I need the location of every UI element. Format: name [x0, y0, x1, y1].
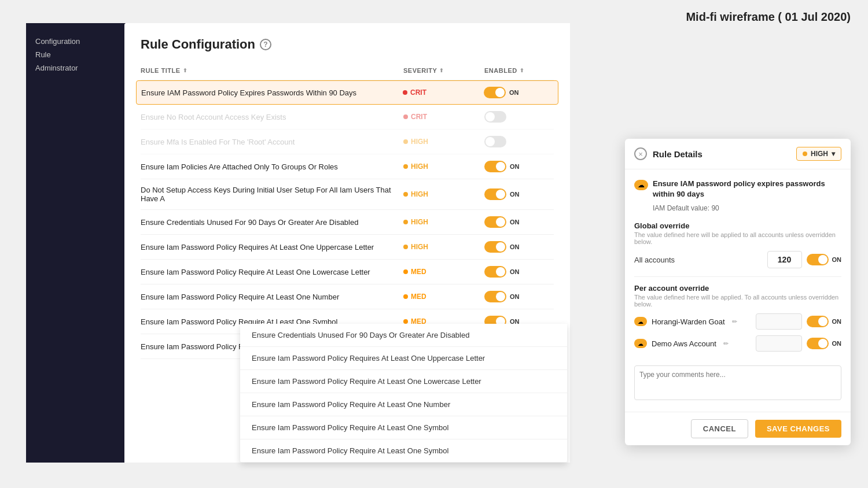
severity-dot [403, 245, 408, 249]
toggle-container: ON [484, 216, 554, 228]
account-left: ☁ Demo Aws Account ✏ [634, 339, 729, 348]
account-row: ☁ Demo Aws Account ✏ ON [634, 335, 841, 352]
account-left: ☁ Horangi-Warden Goat ✏ [634, 317, 737, 326]
rule-meta: IAM Default value: 90 [653, 204, 841, 212]
severity-dot [403, 192, 408, 197]
toggle-label: ON [832, 340, 842, 347]
global-toggle-container: ON [807, 254, 842, 265]
toggle[interactable] [484, 111, 506, 123]
watermark: Mid-fi wireframe ( 01 Jul 2020) [686, 10, 851, 24]
toggle-container: ON [484, 188, 554, 200]
header-severity[interactable]: SEVERITY ⬆ [403, 67, 484, 74]
toggle-knob [486, 112, 495, 121]
list-item[interactable]: Ensure Iam Password Policy Require At Le… [240, 439, 567, 463]
toggle-knob [495, 88, 505, 97]
toggle-knob [496, 190, 505, 199]
severity-badge: CRIT [403, 113, 484, 121]
table-header: RULE TITLE ⬆ SEVERITY ⬆ ENABLED ⬆ [141, 61, 554, 80]
table-row[interactable]: Ensure No Root Account Access Key Exists… [141, 105, 554, 130]
help-icon[interactable]: ? [260, 39, 271, 50]
toggle-knob [818, 255, 827, 264]
list-item[interactable]: Ensure Iam Password Policy Require At Le… [240, 393, 567, 416]
account-value-input[interactable] [756, 313, 802, 330]
sidebar-item-configuration[interactable]: Configuration [35, 35, 115, 48]
table-row[interactable]: Ensure IAM Password Policy Expires Passw… [136, 80, 558, 105]
severity-dot [403, 220, 408, 224]
severity-dot [403, 90, 407, 95]
row-title: Ensure No Root Account Access Key Exists [141, 113, 403, 121]
rule-name-row: ☁ Ensure IAM password policy expires pas… [634, 179, 841, 199]
toggle[interactable] [484, 87, 506, 98]
account-row: ☁ Horangi-Warden Goat ✏ ON [634, 313, 841, 330]
list-item[interactable]: Ensure Iam Password Policy Require At Le… [240, 416, 567, 439]
rule-name-text: Ensure IAM password policy expires passw… [653, 179, 841, 199]
sort-icon-enabled: ⬆ [520, 68, 525, 73]
toggle[interactable] [484, 266, 506, 278]
severity-label: HIGH [411, 243, 428, 251]
toggle-knob [496, 217, 505, 227]
severity-label: HIGH [411, 138, 428, 146]
list-item[interactable]: Ensure Iam Password Policy Require At Le… [240, 370, 567, 393]
panel-footer: CANCEL SAVE CHANGES [625, 412, 851, 445]
toggle-knob [496, 162, 505, 171]
toggle[interactable] [484, 161, 506, 172]
sidebar-item-administrator[interactable]: Adminstrator [35, 61, 115, 75]
save-button[interactable]: SAVE CHANGES [755, 420, 841, 438]
global-value-input[interactable] [767, 251, 802, 268]
toggle-label: ON [832, 318, 842, 325]
toggle-label: ON [510, 243, 520, 250]
toggle[interactable] [484, 188, 506, 200]
toggle-knob [818, 317, 827, 326]
list-item[interactable]: Ensure Iam Password Policy Requires At L… [240, 347, 567, 370]
severity-badge: HIGH [403, 218, 484, 226]
account-right: ON [756, 313, 842, 330]
toggle-container: ON [484, 291, 554, 302]
severity-label: CRIT [411, 113, 427, 121]
severity-badge: MED [403, 268, 484, 276]
severity-dot-dropdown [803, 151, 807, 156]
row-title: Ensure Mfa Is Enabled For The 'Root' Acc… [141, 138, 403, 146]
close-button[interactable]: × [634, 147, 647, 160]
toggle-container [484, 111, 554, 123]
cancel-button[interactable]: CANCEL [691, 419, 748, 438]
edit-icon[interactable]: ✏ [723, 340, 729, 347]
toggle-container: ON [484, 87, 553, 98]
all-accounts-right: ON [767, 251, 842, 268]
table-row[interactable]: Ensure Mfa Is Enabled For The 'Root' Acc… [141, 130, 554, 154]
sort-icon-severity: ⬆ [439, 68, 444, 73]
toggle-label: ON [509, 89, 519, 96]
toggle[interactable] [484, 291, 506, 302]
global-toggle[interactable] [807, 254, 829, 265]
table-row[interactable]: Ensure Credentials Unused For 90 Days Or… [141, 210, 554, 235]
toggle[interactable] [484, 216, 506, 228]
list-item[interactable]: Ensure Credentials Unused For 90 Days Or… [240, 324, 567, 347]
account-toggle[interactable] [807, 338, 829, 349]
account-value-input[interactable] [756, 335, 802, 352]
toggle-knob [496, 267, 505, 276]
severity-badge: HIGH [403, 138, 484, 146]
sidebar: Configuration Rule Adminstrator [26, 23, 124, 463]
table-row[interactable]: Do Not Setup Access Keys During Initial … [141, 179, 554, 210]
sidebar-item-rule[interactable]: Rule [35, 48, 115, 61]
account-name: Demo Aws Account [652, 339, 716, 348]
account-name: Horangi-Warden Goat [652, 317, 725, 326]
severity-dropdown[interactable]: HIGH ▾ [796, 147, 841, 161]
cloud-icon: ☁ [634, 180, 648, 190]
toggle[interactable] [484, 241, 506, 253]
severity-badge: CRIT [403, 88, 484, 97]
table-row[interactable]: Ensure Iam Password Policy Requires At L… [141, 235, 554, 260]
severity-dot [403, 114, 408, 119]
toggle[interactable] [484, 136, 506, 147]
table-row[interactable]: Ensure Iam Password Policy Require At Le… [141, 260, 554, 284]
header-enabled[interactable]: ENABLED ⬆ [484, 67, 554, 74]
header-rule-title[interactable]: RULE TITLE ⬆ [141, 67, 403, 74]
table-row[interactable]: Ensure Iam Policies Are Attached Only To… [141, 154, 554, 179]
toggle-container [484, 136, 554, 147]
account-toggle[interactable] [807, 316, 829, 327]
bottom-list: Ensure Credentials Unused For 90 Days Or… [240, 324, 567, 463]
table-row[interactable]: Ensure Iam Password Policy Require At Le… [141, 284, 554, 309]
severity-label: HIGH [411, 162, 428, 171]
toggle-label: ON [510, 163, 520, 170]
comments-textarea[interactable] [634, 365, 841, 400]
edit-icon[interactable]: ✏ [732, 318, 737, 326]
